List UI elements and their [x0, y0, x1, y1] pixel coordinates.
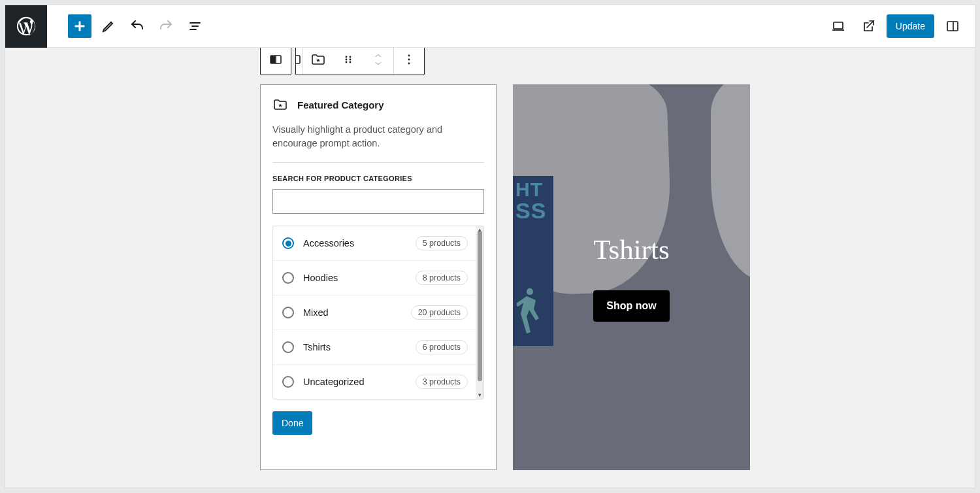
svg-point-18: [408, 59, 410, 61]
redo-button[interactable]: [154, 14, 178, 38]
move-down-icon[interactable]: [372, 60, 384, 67]
columns-icon: [268, 52, 284, 67]
svg-point-13: [346, 59, 348, 61]
search-label: SEARCH FOR PRODUCT CATEGORIES: [272, 175, 484, 182]
category-option-accessories[interactable]: Accessories 5 products: [273, 226, 483, 261]
featured-category-preview: HT SS Tshirts Shop now: [513, 84, 750, 470]
scrollbar-thumb[interactable]: [478, 231, 482, 381]
undo-icon: [129, 18, 145, 34]
image-overlay: [513, 84, 750, 470]
edit-tools-button[interactable]: [97, 14, 120, 38]
undo-button[interactable]: [125, 14, 149, 38]
radio-icon: [282, 341, 294, 353]
block-options-button[interactable]: [394, 48, 424, 75]
category-list: ▴ ▾ Accessories 5 products Hoodies: [272, 226, 484, 400]
radio-icon: [282, 237, 294, 249]
block-toolbar-child: [295, 48, 425, 75]
panel-header: Featured Category: [272, 97, 484, 112]
svg-point-15: [346, 61, 348, 63]
folder-star-icon: [310, 52, 326, 67]
radio-icon: [282, 376, 294, 388]
laptop-icon: [830, 18, 846, 34]
editor-canvas: Featured Category Visually highlight a p…: [5, 48, 975, 488]
wordpress-logo[interactable]: [5, 5, 47, 48]
redo-icon: [158, 18, 174, 34]
category-name: Tshirts: [303, 342, 331, 352]
category-search-input[interactable]: [272, 189, 484, 214]
promo-title[interactable]: Tshirts: [593, 233, 669, 265]
list-icon: [187, 18, 203, 34]
category-name: Mixed: [303, 307, 329, 318]
drag-handle[interactable]: [333, 48, 363, 75]
svg-point-12: [350, 56, 351, 58]
pencil-icon: [101, 18, 116, 34]
move-up-icon[interactable]: [372, 52, 384, 60]
category-option-uncategorized[interactable]: Uncategorized 3 products: [273, 365, 483, 399]
editor-header: Update: [5, 5, 975, 48]
category-count-badge: 6 products: [416, 340, 468, 354]
panel-divider: [272, 162, 484, 163]
more-vertical-icon: [401, 52, 417, 67]
update-button[interactable]: Update: [887, 14, 934, 38]
drag-icon: [340, 52, 356, 67]
category-count-badge: 3 products: [416, 375, 468, 389]
move-block-buttons: [363, 48, 393, 75]
folder-star-icon: [272, 97, 288, 112]
column-block-fragment[interactable]: [296, 52, 302, 67]
block-toolbar-parent: [260, 48, 291, 75]
category-option-hoodies[interactable]: Hoodies 8 products: [273, 261, 483, 296]
sidebar-icon: [945, 18, 960, 34]
panel-description: Visually highlight a product category an…: [272, 123, 484, 150]
svg-point-17: [408, 55, 410, 57]
category-name: Uncategorized: [303, 377, 365, 387]
category-count-badge: 20 products: [411, 305, 468, 320]
panel-title: Featured Category: [297, 99, 384, 110]
svg-rect-3: [834, 22, 843, 29]
external-link-icon: [860, 18, 876, 34]
svg-point-16: [350, 61, 351, 63]
shop-now-button[interactable]: Shop now: [593, 290, 669, 322]
wordpress-icon: [15, 15, 37, 37]
svg-rect-5: [947, 22, 958, 31]
block-toolbars: [260, 48, 425, 75]
view-button[interactable]: [826, 14, 850, 38]
radio-icon: [282, 272, 294, 284]
header-tools-right: Update: [826, 14, 975, 38]
category-option-mixed[interactable]: Mixed 20 products: [273, 296, 483, 330]
svg-rect-9: [272, 57, 275, 63]
content-row: Featured Category Visually highlight a p…: [260, 84, 750, 470]
external-view-button[interactable]: [857, 14, 880, 38]
category-count-badge: 8 products: [416, 271, 468, 285]
document-overview-button[interactable]: [183, 14, 206, 38]
column-icon: [295, 52, 302, 67]
svg-point-11: [346, 56, 348, 58]
settings-sidebar-button[interactable]: [941, 14, 964, 38]
category-option-tshirts[interactable]: Tshirts 6 products: [273, 330, 483, 365]
category-name: Hoodies: [303, 273, 338, 283]
scroll-up-arrow[interactable]: ▴: [476, 227, 483, 233]
category-count-badge: 5 products: [416, 236, 468, 250]
featured-category-panel: Featured Category Visually highlight a p…: [260, 84, 497, 470]
add-block-button[interactable]: [68, 14, 91, 38]
columns-block-button[interactable]: [261, 48, 291, 75]
scroll-down-arrow[interactable]: ▾: [476, 392, 483, 398]
plus-icon: [72, 18, 88, 34]
header-tools-left: [47, 14, 206, 38]
done-button[interactable]: Done: [272, 411, 312, 435]
svg-point-19: [408, 63, 410, 65]
category-name: Accessories: [303, 238, 354, 248]
svg-rect-10: [295, 56, 300, 63]
radio-icon: [282, 307, 294, 318]
featured-category-block-button[interactable]: [303, 48, 333, 75]
svg-point-14: [350, 59, 351, 61]
